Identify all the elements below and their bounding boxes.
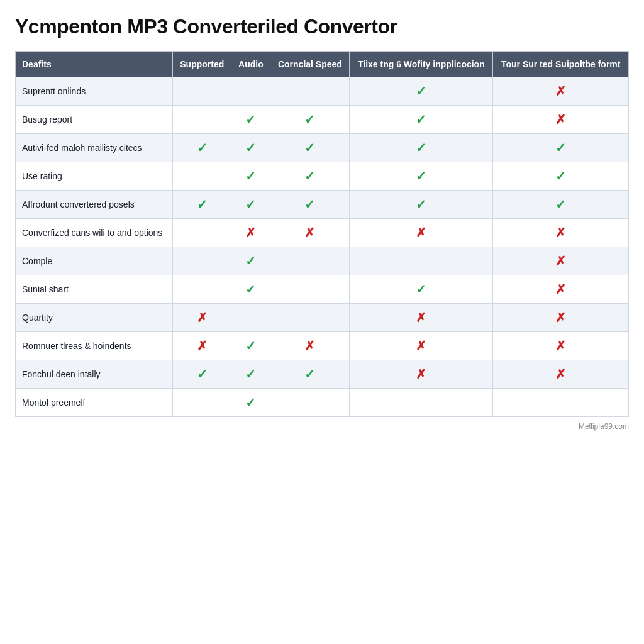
cell-11-format [493, 389, 629, 417]
cross-icon: ✗ [416, 339, 426, 353]
cell-6-supported [173, 247, 231, 275]
cell-5-audio: ✗ [231, 219, 270, 247]
table-row: Busug report✓✓✓✗ [16, 106, 629, 134]
cell-1-feature: Busug report [16, 106, 173, 134]
table-row: Suprentt onlinds✓✗ [16, 77, 629, 106]
check-icon: ✓ [245, 113, 256, 126]
cell-5-supported [173, 219, 231, 247]
table-row: Quartity✗✗✗ [16, 304, 629, 332]
cell-8-format: ✗ [493, 304, 629, 332]
cell-7-format: ✗ [493, 275, 629, 304]
cell-2-quality: ✓ [350, 134, 493, 162]
cell-6-speed [270, 247, 350, 275]
cell-10-supported: ✓ [173, 360, 231, 389]
cross-icon: ✗ [555, 254, 566, 268]
comparison-table: Deafits Supported Audio Cornclal Speed T… [15, 51, 629, 417]
cell-7-feature: Sunial shart [16, 275, 173, 304]
check-icon: ✓ [245, 339, 256, 353]
cell-5-feature: Converfized cans wili to and options [16, 219, 173, 247]
cell-8-speed [270, 304, 350, 332]
cell-8-audio [231, 304, 270, 332]
cell-4-format: ✓ [493, 191, 629, 219]
cell-2-format: ✓ [493, 134, 629, 162]
check-icon: ✓ [245, 254, 256, 268]
cell-7-supported [173, 275, 231, 304]
col-header-supported: Supported [173, 52, 231, 77]
cross-icon: ✗ [555, 367, 566, 381]
table-row: Affrodunt convertered posels✓✓✓✓✓ [16, 191, 629, 219]
cell-10-feature: Fonchul deen intally [16, 360, 173, 389]
col-header-speed: Cornclal Speed [270, 52, 350, 77]
check-icon: ✓ [245, 396, 256, 409]
check-icon: ✓ [416, 197, 426, 211]
col-header-quality: Tiixe tng 6 Wofity inpplicocion [350, 52, 493, 77]
cross-icon: ✗ [245, 226, 256, 240]
cell-9-audio: ✓ [231, 332, 270, 360]
page-title: Ycmpenton MP3 Converteriled Convertor [15, 15, 629, 38]
cross-icon: ✗ [304, 339, 315, 353]
check-icon: ✓ [304, 367, 315, 381]
check-icon: ✓ [416, 282, 426, 296]
cross-icon: ✗ [197, 339, 208, 353]
cell-8-quality: ✗ [350, 304, 493, 332]
cell-1-audio: ✓ [231, 106, 270, 134]
cell-9-speed: ✗ [270, 332, 350, 360]
cell-3-format: ✓ [493, 162, 629, 191]
cell-0-audio [231, 77, 270, 106]
check-icon: ✓ [245, 141, 256, 155]
cross-icon: ✗ [555, 311, 566, 325]
check-icon: ✓ [304, 169, 315, 183]
cell-6-audio: ✓ [231, 247, 270, 275]
table-row: Sunial shart✓✓✗ [16, 275, 629, 304]
table-row: Converfized cans wili to and options✗✗✗✗ [16, 219, 629, 247]
cell-11-supported [173, 389, 231, 417]
cell-7-audio: ✓ [231, 275, 270, 304]
cross-icon: ✗ [304, 226, 315, 240]
cell-11-quality [350, 389, 493, 417]
table-row: Autivi-fed maloh mailisty citecs✓✓✓✓✓ [16, 134, 629, 162]
cell-4-quality: ✓ [350, 191, 493, 219]
check-icon: ✓ [245, 197, 256, 211]
col-header-audio: Audio [231, 52, 270, 77]
cell-4-speed: ✓ [270, 191, 350, 219]
cell-4-feature: Affrodunt convertered posels [16, 191, 173, 219]
cross-icon: ✗ [555, 226, 566, 240]
cell-0-quality: ✓ [350, 77, 493, 106]
cell-9-feature: Romnuer tlreas & hoindents [16, 332, 173, 360]
check-icon: ✓ [416, 84, 426, 98]
cell-3-feature: Use rating [16, 162, 173, 191]
check-icon: ✓ [555, 169, 566, 183]
check-icon: ✓ [245, 367, 256, 381]
cell-11-speed [270, 389, 350, 417]
cell-5-speed: ✗ [270, 219, 350, 247]
cross-icon: ✗ [555, 282, 566, 296]
check-icon: ✓ [304, 141, 315, 155]
cell-4-supported: ✓ [173, 191, 231, 219]
cell-9-format: ✗ [493, 332, 629, 360]
cell-11-audio: ✓ [231, 389, 270, 417]
cell-2-supported: ✓ [173, 134, 231, 162]
cell-0-format: ✗ [493, 77, 629, 106]
cell-0-supported [173, 77, 231, 106]
cell-9-supported: ✗ [173, 332, 231, 360]
cell-10-format: ✗ [493, 360, 629, 389]
cell-1-quality: ✓ [350, 106, 493, 134]
check-icon: ✓ [416, 141, 426, 155]
check-icon: ✓ [197, 367, 208, 381]
check-icon: ✓ [197, 141, 208, 155]
cell-3-quality: ✓ [350, 162, 493, 191]
footer-text: Mellipla99.com [15, 422, 629, 431]
cell-7-quality: ✓ [350, 275, 493, 304]
table-row: Montol preemelf✓ [16, 389, 629, 417]
cross-icon: ✗ [416, 311, 426, 325]
cell-5-format: ✗ [493, 219, 629, 247]
table-row: Comple✓✗ [16, 247, 629, 275]
table-row: Romnuer tlreas & hoindents✗✓✗✗✗ [16, 332, 629, 360]
cell-8-supported: ✗ [173, 304, 231, 332]
cross-icon: ✗ [555, 84, 566, 98]
check-icon: ✓ [197, 197, 208, 211]
cell-0-feature: Suprentt onlinds [16, 77, 173, 106]
cell-6-format: ✗ [493, 247, 629, 275]
cell-3-supported [173, 162, 231, 191]
check-icon: ✓ [245, 169, 256, 183]
